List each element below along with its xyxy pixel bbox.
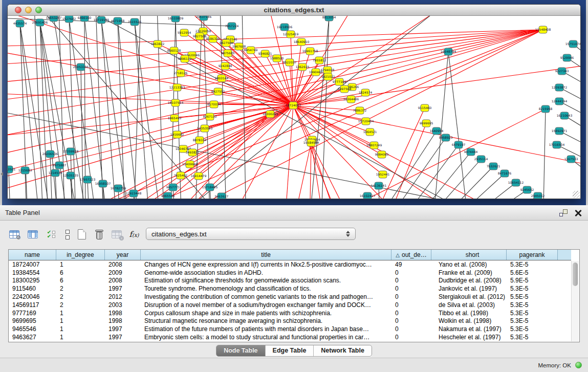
window-resize-grip[interactable] — [573, 191, 580, 198]
table-cell[interactable]: 0 — [391, 269, 431, 276]
table-cell[interactable]: Tourette syndrome. Phenomenology and cla… — [141, 285, 391, 292]
table-cell[interactable]: Changes of HCN gene expression and I(f) … — [141, 261, 391, 268]
graph-node[interactable]: 4435574 — [13, 20, 27, 27]
graph-node[interactable]: 20691406 — [32, 19, 48, 26]
table-cell[interactable]: Structural magnetic resonance image aver… — [141, 317, 391, 324]
table-vertical-scrollbar[interactable] — [571, 261, 579, 341]
table-cell[interactable]: Embryonic stem cells: a model to study s… — [141, 334, 391, 341]
graph-node[interactable]: 8813054 — [322, 16, 336, 21]
table-cell[interactable]: 1998 — [105, 317, 141, 324]
graph-node[interactable]: 2945012 — [531, 192, 545, 199]
table-cell[interactable]: 1 — [56, 261, 105, 268]
table-cell[interactable]: Dudbridge et al. (2008) — [431, 277, 507, 284]
graph-node[interactable]: 12444194 — [552, 98, 568, 105]
table-cell[interactable]: 18300295 — [9, 277, 56, 284]
table-cell[interactable]: 0 — [391, 325, 431, 333]
table-cell[interactable]: 5.3E-5 — [507, 285, 558, 292]
new-table-button[interactable] — [75, 227, 89, 242]
table-cell[interactable]: 9115460 — [9, 285, 56, 292]
table-cell[interactable]: Corpus callosum shape and size in male p… — [141, 310, 391, 317]
graph-node[interactable]: 9699695 — [420, 120, 433, 127]
graph-node[interactable]: 9115460 — [418, 104, 432, 112]
table-cell[interactable]: Disruption of a novel member of a sodium… — [141, 301, 391, 309]
table-cell[interactable]: 5.3E-5 — [507, 325, 558, 333]
table-row[interactable]: 1872400712008Changes of HCN gene express… — [9, 260, 571, 269]
table-cell[interactable]: Estimation of significance thresholds fo… — [141, 277, 391, 284]
graph-node[interactable]: 15751074 — [565, 40, 580, 48]
table-cell[interactable]: 1 — [56, 334, 105, 341]
table-cell[interactable]: 2 — [56, 285, 105, 292]
sidebar-collapse-arrow-icon[interactable] — [1, 172, 3, 176]
network-canvas[interactable]: 4435574206914061065328715276026466160107… — [8, 16, 580, 199]
table-cell[interactable]: 1997 — [105, 285, 141, 292]
table-cell[interactable]: 5.3E-5 — [507, 334, 558, 341]
graph-node[interactable]: 9975887 — [53, 162, 67, 169]
graph-node[interactable]: 15892971 — [552, 127, 568, 135]
table-cell[interactable]: 9465546 — [9, 325, 56, 333]
graph-node[interactable]: 5912954 — [178, 29, 191, 36]
table-cell[interactable]: 5.3E-5 — [507, 301, 558, 309]
table-cell[interactable]: Stergiakouli et al. (2012) — [431, 293, 507, 300]
graph-node[interactable]: 16033809 — [168, 16, 184, 22]
table-cell[interactable]: 2008 — [105, 261, 141, 268]
graph-node[interactable]: 20537146 — [196, 16, 212, 20]
table-row[interactable]: 1938455462009Genome-wide association stu… — [9, 269, 571, 277]
graph-node[interactable]: 16961758 — [302, 48, 318, 55]
table-cell[interactable]: 0 — [391, 277, 431, 284]
table-cell[interactable]: 0 — [391, 310, 431, 317]
graph-node[interactable]: 10654112 — [508, 179, 524, 186]
minimize-window-icon[interactable] — [25, 7, 32, 13]
table-cell[interactable]: 0 — [391, 285, 431, 292]
graph-node[interactable]: 9129946 — [560, 54, 574, 61]
maximize-window-icon[interactable] — [35, 7, 42, 13]
network-window-titlebar[interactable]: citations_edges.txt — [8, 5, 580, 16]
table-cell[interactable]: Franke et al. (2009) — [431, 269, 507, 276]
table-source-select[interactable]: citations_edges.txt — [146, 228, 356, 240]
table-cell[interactable]: 0 — [391, 293, 431, 300]
tab-node-table[interactable]: Node Table — [216, 345, 265, 356]
table-cell[interactable]: Wolkin et al. (1998) — [431, 317, 507, 324]
table-cell[interactable]: Tibbo et al. (1998) — [431, 310, 507, 317]
table-row[interactable]: 969969511998Structural magnetic resonanc… — [9, 317, 571, 325]
graph-node[interactable]: 7143501 — [8, 166, 16, 173]
table-row[interactable]: 977716911998Corpus callosum shape and si… — [9, 309, 571, 317]
graph-node[interactable]: 9463627 — [215, 193, 229, 199]
graph-node[interactable]: 1167533 — [564, 156, 578, 163]
table-row[interactable]: 1830029562008Estimation of significance … — [9, 277, 571, 285]
table-cell[interactable]: 5.3E-5 — [507, 261, 558, 268]
graph-node[interactable]: 1527602 — [62, 16, 76, 23]
table-cell[interactable]: 2 — [56, 293, 105, 300]
graph-node[interactable]: 1952441 — [376, 171, 390, 178]
graph-node[interactable]: 20206536 — [42, 150, 58, 158]
graph-node[interactable]: 2718126 — [174, 70, 188, 77]
table-row[interactable]: 2242004622012Investigating the contribut… — [9, 293, 571, 301]
tab-network-table[interactable]: Network Table — [313, 345, 372, 356]
graph-node[interactable]: 8267110 — [203, 113, 217, 120]
column-header-out_de[interactable]: △out_de… — [391, 250, 431, 260]
table-cell[interactable]: 5.3E-5 — [507, 310, 558, 317]
table-cell[interactable]: 9699695 — [9, 317, 56, 324]
graph-node[interactable]: 9474444 — [464, 148, 478, 156]
table-cell[interactable]: 9463627 — [9, 334, 56, 341]
table-type-tabs[interactable]: Node TableEdge TableNetwork Table — [216, 345, 372, 357]
table-cell[interactable]: 14569117 — [9, 301, 56, 309]
graph-node[interactable]: 7515526 — [128, 18, 142, 26]
table-cell[interactable]: 0 — [391, 334, 431, 341]
table-cell[interactable]: 2008 — [105, 277, 141, 284]
graph-node[interactable]: 19218506 — [277, 24, 293, 31]
function-builder-button[interactable]: f(x) — [127, 227, 141, 242]
float-panel-icon[interactable] — [559, 209, 568, 216]
graph-node[interactable]: 11409948 — [182, 161, 198, 168]
graph-node[interactable]: 1064521 — [363, 128, 377, 136]
graph-node[interactable]: 9245652 — [520, 186, 534, 193]
column-header-in_degree[interactable]: in_degree — [56, 250, 105, 260]
table-cell[interactable]: 49 — [391, 261, 431, 268]
column-header-name[interactable]: name — [9, 250, 56, 260]
table-cell[interactable]: 0 — [391, 317, 431, 324]
graph-node[interactable]: 7632621 — [487, 163, 500, 170]
close-window-icon[interactable] — [15, 7, 21, 13]
table-cell[interactable]: 2009 — [105, 269, 141, 276]
graph-node[interactable]: 12325419 — [283, 31, 299, 38]
column-header-year[interactable]: year — [105, 250, 141, 260]
table-cell[interactable]: 1 — [56, 310, 105, 317]
